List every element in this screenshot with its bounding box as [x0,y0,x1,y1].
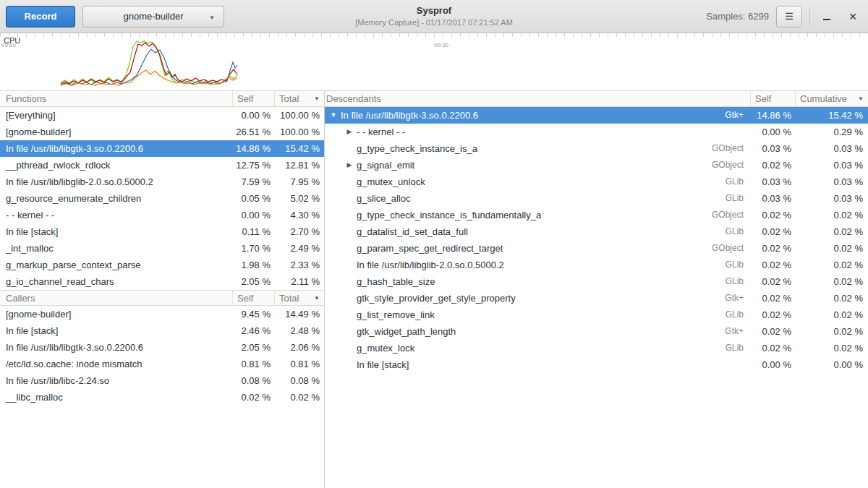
caller-row[interactable]: __libc_malloc0.02 %0.02 % [0,389,324,406]
descendant-row[interactable]: ▼In file /usr/lib/libgtk-3.so.0.2200.6Gt… [325,107,868,124]
self-value: 0.02 % [233,389,275,406]
symbol-name: In file /usr/lib/libglib-2.0.so.0.5000.2 [355,257,726,273]
descendant-row[interactable]: ▶- - kernel - -0.00 %0.29 % [325,124,868,140]
total-value: 100.00 % [275,107,324,124]
column-header-self[interactable]: Self [233,91,275,106]
caller-row[interactable]: [gnome-builder]9.45 %14.49 % [0,306,324,322]
close-button[interactable]: ✕ [843,6,862,27]
descendant-row[interactable]: g_type_check_instance_is_aGObject0.03 %0… [325,140,868,157]
function-row[interactable]: __pthread_rwlock_rdlock12.75 %12.81 % [0,157,324,174]
cpu-red-line [61,43,237,84]
total-value: 7.95 % [275,174,324,190]
total-value: 0.02 % [275,389,324,406]
total-value: 2.49 % [275,240,324,257]
cumulative-value: 0.03 % [796,140,868,157]
library-label: GLib [726,340,751,356]
symbol-name: gtk_widget_path_length [355,323,725,340]
symbol-name: [gnome-builder] [0,306,233,322]
symbol-name: In file [stack] [0,223,233,240]
function-row[interactable]: In file /usr/lib/libgtk-3.so.0.2200.614.… [0,140,324,157]
menu-button[interactable]: ☰ [776,6,802,27]
profile-panes: Functions Self Total ▼ [Everything]0.00 … [0,91,868,488]
descendant-row[interactable]: gtk_widget_path_lengthGtk+0.02 %0.02 % [325,323,868,340]
cpu-graph[interactable]: CPU 00:00 00:30 [0,33,868,91]
descendant-row[interactable]: g_param_spec_get_redirect_targetGObject0… [325,240,868,257]
column-header-cumulative[interactable]: Cumulative ▼ [796,91,868,106]
library-label: Gtk+ [725,107,751,124]
expander-spacer [344,340,355,356]
total-value: 14.49 % [275,306,324,322]
function-row[interactable]: g_io_channel_read_chars2.05 %2.11 % [0,273,324,290]
expander-icon[interactable]: ▼ [328,107,339,124]
library-label [744,124,751,140]
symbol-name: g_slice_alloc [355,190,726,207]
cumulative-value: 0.02 % [796,223,868,240]
hamburger-icon: ☰ [785,11,793,22]
column-header-total[interactable]: Total ▼ [275,291,324,305]
self-value: 2.05 % [233,339,275,356]
caller-row[interactable]: /etc/ld.so.cache: inode mismatch0.81 %0.… [0,356,324,372]
library-label: Gtk+ [725,323,751,340]
descendant-row[interactable]: gtk_style_provider_get_style_propertyGtk… [325,290,868,307]
function-row[interactable]: In file [stack]0.11 %2.70 % [0,223,324,240]
column-header-functions[interactable]: Functions [0,91,233,106]
self-value: 0.02 % [751,340,796,356]
caller-row[interactable]: In file /usr/lib/libgtk-3.so.0.2200.62.0… [0,339,324,356]
function-row[interactable]: _int_malloc1.70 %2.49 % [0,240,324,257]
descendant-row[interactable]: ▶g_signal_emitGObject0.02 %0.03 % [325,157,868,174]
expander-icon[interactable]: ▶ [344,124,355,140]
expander-spacer [344,223,355,240]
descendant-row[interactable]: In file [stack]0.00 %0.00 % [325,356,868,373]
expander-spacer [344,174,355,190]
descendant-row[interactable]: g_hash_table_sizeGLib0.02 %0.02 % [325,273,868,290]
descendant-row[interactable]: In file /usr/lib/libglib-2.0.so.0.5000.2… [325,257,868,273]
total-value: 2.06 % [275,339,324,356]
sort-indicator-icon: ▼ [311,91,320,106]
function-row[interactable]: g_resource_enumerate_children0.05 %5.02 … [0,190,324,207]
descendant-row[interactable]: g_type_check_instance_is_fundamentally_a… [325,207,868,223]
column-header-total[interactable]: Total ▼ [275,91,324,106]
total-value: 100.00 % [275,124,324,140]
caller-row[interactable]: In file [stack]2.46 %2.48 % [0,322,324,339]
function-row[interactable]: In file /usr/lib/libglib-2.0.so.0.5000.2… [0,174,324,190]
minimize-button[interactable] [817,6,836,27]
symbol-name: /etc/ld.so.cache: inode mismatch [0,356,233,372]
descendant-row[interactable]: g_slice_allocGLib0.03 %0.03 % [325,190,868,207]
total-value: 2.48 % [275,322,324,339]
headerbar: Record gnome-builder ▼ Sysprof [Memory C… [0,0,868,33]
descendant-row[interactable]: g_mutex_unlockGLib0.03 %0.03 % [325,174,868,190]
self-value: 14.86 % [233,140,275,157]
column-header-callers[interactable]: Callers [0,291,233,305]
symbol-name: gtk_style_provider_get_style_property [355,290,725,307]
symbol-name: g_type_check_instance_is_fundamentally_a [355,207,712,223]
self-value: 0.02 % [751,273,796,290]
column-header-self[interactable]: Self [233,291,275,305]
expander-spacer [344,190,355,207]
self-value: 0.08 % [233,372,275,389]
symbol-name: - - kernel - - [355,124,744,140]
descendant-row[interactable]: g_mutex_lockGLib0.02 %0.02 % [325,340,868,356]
descendants-pane: Descendants Self Cumulative ▼ ▼In file /… [324,91,868,488]
expander-icon[interactable]: ▶ [344,157,355,174]
sort-indicator-icon: ▼ [855,91,864,106]
total-value: 5.02 % [275,190,324,207]
function-row[interactable]: g_markup_parse_context_parse1.98 %2.33 % [0,257,324,273]
symbol-name: g_signal_emit [355,157,712,174]
function-row[interactable]: [Everything]0.00 %100.00 % [0,107,324,124]
column-header-self[interactable]: Self [751,91,796,106]
symbol-name: [Everything] [0,107,233,124]
symbol-name: In file /usr/lib/libgtk-3.so.0.2200.6 [0,140,233,157]
column-header-descendants[interactable]: Descendants [325,91,751,106]
cumulative-value: 0.03 % [796,157,868,174]
descendant-row[interactable]: g_datalist_id_set_data_fullGLib0.02 %0.0… [325,223,868,240]
target-process-selector[interactable]: gnome-builder ▼ [82,6,224,27]
function-row[interactable]: [gnome-builder]26.51 %100.00 % [0,124,324,140]
record-button[interactable]: Record [6,6,75,27]
caller-row[interactable]: In file /usr/lib/libc-2.24.so0.08 %0.08 … [0,372,324,389]
function-row[interactable]: - - kernel - -0.00 %4.30 % [0,207,324,223]
descendant-row[interactable]: g_list_remove_linkGLib0.02 %0.02 % [325,307,868,323]
self-value: 0.02 % [751,307,796,323]
samples-count: Samples: 6299 [706,11,769,22]
self-value: 1.70 % [233,240,275,257]
self-value: 14.86 % [751,107,796,124]
